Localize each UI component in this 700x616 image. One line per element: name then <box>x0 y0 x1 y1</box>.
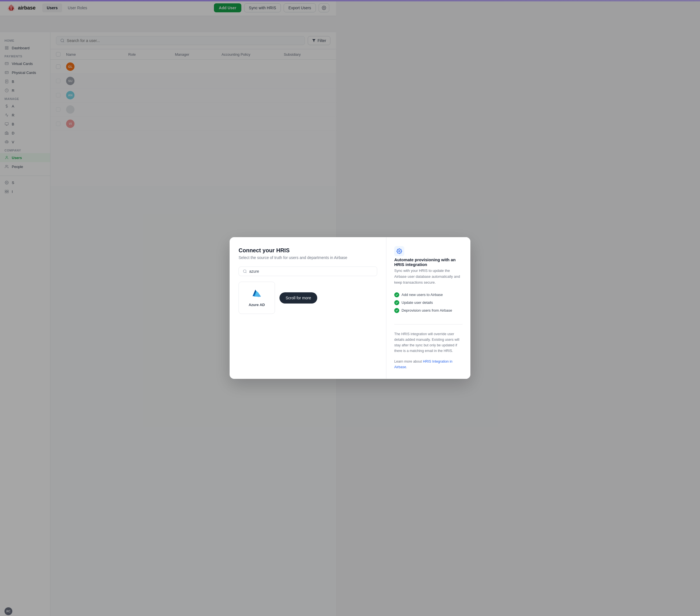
modal: Connect your HRIS Select the source of t… <box>229 237 336 379</box>
scroll-more-button[interactable]: Scroll for more <box>279 292 317 303</box>
modal-search[interactable] <box>239 266 336 276</box>
modal-search-input[interactable] <box>249 269 336 274</box>
modal-search-icon <box>243 269 247 274</box>
azure-icon <box>251 289 262 300</box>
azure-ad-card[interactable]: Azure AD <box>239 282 275 314</box>
hris-options: Azure AD Scroll for more <box>239 282 336 314</box>
modal-overlay[interactable]: Connect your HRIS Select the source of t… <box>0 0 336 616</box>
azure-ad-label: Azure AD <box>249 303 265 307</box>
modal-left-panel: Connect your HRIS Select the source of t… <box>229 237 336 379</box>
modal-title: Connect your HRIS <box>239 247 336 254</box>
svg-point-32 <box>243 270 246 273</box>
svg-line-33 <box>246 272 247 273</box>
modal-subtitle: Select the source of truth for users and… <box>239 255 336 260</box>
